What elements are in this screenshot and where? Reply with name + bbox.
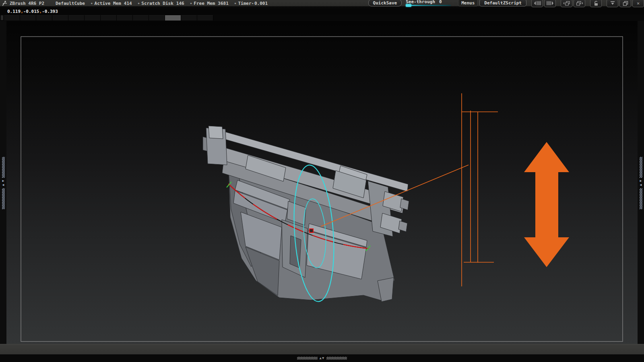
timeline-row [0, 14, 644, 21]
menus-button[interactable]: Menus [458, 0, 478, 6]
filmstrip-segment[interactable] [181, 15, 197, 21]
lock-button[interactable] [590, 0, 602, 7]
left-tray-handle-bottom[interactable] [2, 188, 5, 209]
filmstrip-segment[interactable] [197, 15, 213, 21]
scrub-right-button[interactable] [544, 0, 556, 7]
see-through-track[interactable] [406, 5, 451, 6]
scrub-left-button[interactable] [531, 0, 543, 7]
filmstrip-segment[interactable] [149, 15, 165, 21]
document-name[interactable]: DefaultCube [56, 1, 85, 6]
filmstrip-segment[interactable] [52, 15, 68, 21]
filmstrip [4, 15, 213, 21]
zbrush-logo-icon [1, 0, 8, 6]
status-row: 0.119,-0.015,-0.393 [0, 9, 644, 14]
see-through-slider[interactable]: See-through 0 [406, 0, 453, 6]
restore-button[interactable] [619, 0, 631, 7]
restore-icon [623, 1, 628, 6]
bullet-icon: ● [235, 2, 236, 4]
document-canvas[interactable] [0, 21, 644, 344]
left-tray-divider[interactable]: ▶ ◀ [0, 21, 6, 344]
right-tray-handle-bottom[interactable] [640, 188, 642, 209]
stat-scratch-disk: ● Scratch Disk 146 [138, 1, 184, 6]
left-tray-handle-top[interactable] [2, 157, 5, 178]
lock-open-icon [593, 1, 599, 6]
previous-document-button[interactable] [561, 0, 572, 7]
timer-arrow-icon: ▸ [252, 1, 254, 5]
timeline-start-nub[interactable] [1, 15, 3, 20]
bottom-shelf [0, 344, 644, 354]
filmstrip-segment[interactable] [85, 15, 101, 21]
cursor-coordinates: 0.119,-0.015,-0.393 [7, 9, 58, 14]
stat-timer: ● Timer ▸ 0.001 [235, 1, 268, 6]
bullet-icon: ● [91, 2, 93, 4]
filmstrip-segment[interactable] [20, 15, 36, 21]
tray-open-right-icon[interactable]: ▶ [2, 179, 4, 183]
quicksave-button[interactable]: QuickSave [368, 0, 402, 6]
tray-open-right-icon[interactable]: ▶ [640, 179, 642, 183]
filmstrip-segment[interactable] [133, 15, 149, 21]
filmstrip-segment[interactable] [4, 15, 20, 21]
close-icon: ✕ [637, 1, 640, 6]
bullet-icon: ● [190, 2, 192, 4]
next-document-button[interactable] [574, 0, 585, 7]
default-zscript-button[interactable]: DefaultZScript [479, 0, 526, 6]
filmstrip-segment[interactable] [165, 15, 181, 21]
filmstrip-segment[interactable] [101, 15, 117, 21]
filmstrip-segment[interactable] [36, 15, 52, 21]
bottom-tray-divider[interactable]: ▲▼ [0, 354, 644, 362]
scrub-left-icon [534, 1, 541, 6]
tray-close-left-icon[interactable]: ◀ [2, 183, 4, 187]
minimize-icon [610, 1, 615, 6]
stat-active-mem: ● Active Mem 414 [91, 1, 132, 6]
previous-document-icon [563, 1, 570, 6]
bottom-tray-handle-left[interactable] [297, 357, 318, 360]
app-title: ZBrush 4R6 P2 [10, 1, 44, 6]
scrub-right-icon [547, 1, 554, 6]
bottom-tray-handle-right[interactable] [326, 357, 347, 360]
bullet-icon: ● [138, 2, 140, 4]
filmstrip-segment[interactable] [117, 15, 133, 21]
right-tray-handle-top[interactable] [640, 157, 642, 178]
see-through-value: 0 [439, 0, 442, 4]
close-button[interactable]: ✕ [632, 0, 644, 7]
tray-close-left-icon[interactable]: ◀ [640, 183, 642, 187]
see-through-knob[interactable] [406, 4, 411, 7]
tray-close-down-icon[interactable]: ▼ [322, 356, 324, 360]
next-document-icon [576, 1, 583, 6]
title-bar: ZBrush 4R6 P2 DefaultCube ● Active Mem 4… [0, 0, 644, 9]
right-tray-divider[interactable]: ▶ ◀ [638, 21, 644, 344]
minimize-button[interactable] [607, 0, 618, 7]
filmstrip-segment[interactable] [68, 15, 85, 21]
stat-free-mem: ● Free Mem 3681 [190, 1, 229, 6]
